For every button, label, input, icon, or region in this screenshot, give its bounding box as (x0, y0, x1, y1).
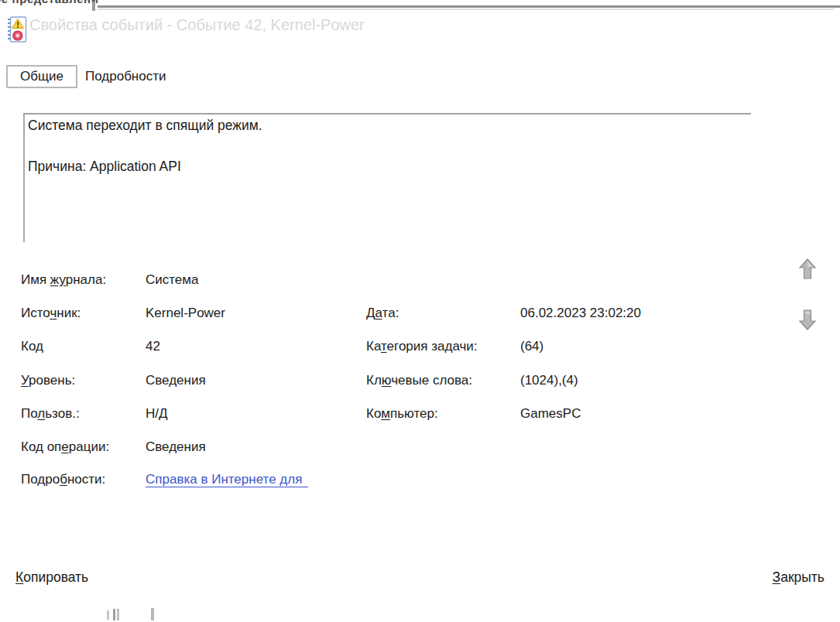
dialog-title: Свойства событий - Событие 42, Kernel-Po… (29, 16, 365, 34)
next-event-button[interactable] (798, 308, 817, 331)
label-log-name: Имя журнала: (21, 272, 106, 288)
label-event-id: Код (21, 339, 43, 354)
previous-event-button[interactable] (798, 258, 817, 281)
background-artifact (117, 609, 119, 620)
description-line: Причина: Application API (28, 159, 181, 175)
value-log-name: Система (146, 272, 198, 288)
window-edge-shadow (98, 9, 834, 10)
window-edge-corner (92, 2, 95, 11)
background-artifact (107, 610, 109, 620)
arrow-down-icon (798, 308, 817, 331)
label-computer: Компьютер: (366, 406, 438, 422)
value-date: 06.02.2023 23:02:20 (520, 306, 641, 321)
label-task-category: Категория задачи: (366, 339, 478, 354)
background-artifact (151, 608, 154, 620)
value-source: Kernel-Power (146, 306, 225, 321)
window-edge-line (98, 5, 840, 8)
value-task-category: (64) (520, 339, 543, 354)
background-artifact (113, 609, 115, 620)
close-button[interactable]: Закрыть (773, 569, 825, 586)
label-source: Источник: (21, 306, 81, 321)
value-event-id: 42 (146, 339, 160, 354)
copy-button[interactable]: Копировать (15, 569, 88, 586)
online-help-link[interactable]: Справка в Интернете для (146, 472, 308, 487)
label-user: Пользов.: (21, 406, 80, 422)
label-keywords: Ключевые слова: (366, 373, 472, 388)
value-computer: GamesPC (520, 406, 581, 422)
label-more-info: Подробности: (21, 472, 105, 487)
value-level: Сведения (146, 373, 206, 388)
label-level: Уровень: (21, 373, 75, 388)
arrow-up-icon (798, 258, 817, 281)
label-date: Дата: (366, 306, 399, 321)
label-opcode: Код операции: (21, 439, 109, 455)
background-window-text: ое представлени (0, 0, 99, 9)
description-line: Система переходит в спящий режим. (28, 118, 262, 134)
value-opcode: Сведения (146, 439, 206, 455)
value-keywords: (1024),(4) (520, 373, 578, 388)
tab-general[interactable]: Общие (6, 65, 77, 88)
value-user: Н/Д (146, 406, 168, 422)
tab-details[interactable]: Подробности (85, 69, 166, 84)
more-info-cell: Справка в Интернете для (146, 472, 308, 487)
event-properties-dialog: ое представлени Свойства событий - Событ… (0, 0, 840, 622)
event-properties-icon (7, 16, 27, 43)
